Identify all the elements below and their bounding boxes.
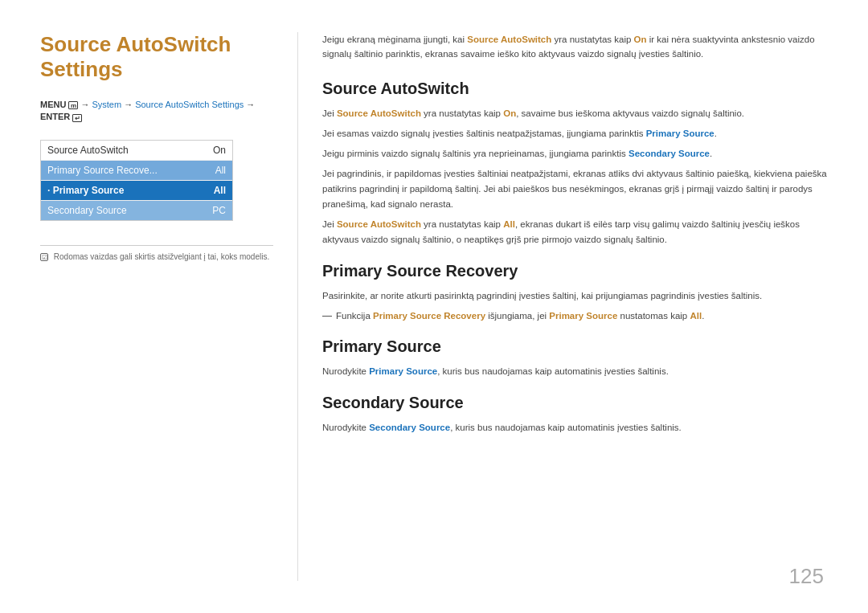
menu-row-header-label: Source AutoSwitch	[47, 145, 129, 156]
menu-row-item1[interactable]: Primary Source Recove... All	[41, 161, 232, 181]
section-title-ss: Secondary Source	[322, 394, 828, 412]
section-primary-source: Primary Source Nurodykite Primary Source…	[322, 337, 828, 379]
menu-icon: MENU m	[40, 100, 78, 109]
section-text-sa-5: Jei Source AutoSwitch yra nustatytas kai…	[322, 217, 828, 247]
page-title: Source AutoSwitch Settings	[40, 32, 273, 82]
section-text-sa-4: Jei pagrindinis, ir papildomas įvesties …	[322, 166, 828, 212]
section-secondary-source: Secondary Source Nurodykite Secondary So…	[322, 394, 828, 435]
section-text-ss-1: Nurodykite Secondary Source, kuris bus n…	[322, 420, 828, 435]
section-source-autoswitch: Source AutoSwitch Jei Source AutoSwitch …	[322, 80, 828, 247]
menu-box: Source AutoSwitch On Primary Source Reco…	[40, 140, 233, 221]
menu-row-header-value: On	[213, 145, 226, 156]
menu-row-item2-value: All	[214, 185, 226, 196]
highlight-on: On	[634, 35, 647, 44]
menu-row-item2-label: · Primary Source	[47, 185, 124, 196]
menu-row-item3-value: PC	[212, 205, 226, 216]
bc-settings: Source AutoSwitch Settings	[135, 100, 244, 109]
note-area: ☑ Rodomas vaizdas gali skirtis atsižvelg…	[40, 245, 273, 261]
page-number: 125	[789, 564, 824, 589]
top-intro: Jeigu ekraną mėginama įjungti, kai Sourc…	[322, 32, 828, 62]
note-icon: ☑	[40, 253, 48, 261]
bc-enter: ENTER ↵	[40, 112, 82, 121]
note-text: ☑ Rodomas vaizdas gali skirtis atsižvelg…	[40, 252, 273, 261]
highlight-source-autoswitch: Source AutoSwitch	[467, 35, 551, 44]
menu-row-item1-label: Primary Source Recove...	[47, 165, 158, 176]
menu-row-header[interactable]: Source AutoSwitch On	[41, 141, 232, 161]
section-primary-source-recovery: Primary Source Recovery Pasirinkite, ar …	[322, 262, 828, 324]
menu-row-item3-label: Secondary Source	[47, 205, 127, 216]
section-text-sa-2: Jei esamas vaizdo signalų įvesties šalti…	[322, 126, 828, 141]
arrow-2: →	[124, 100, 133, 109]
section-text-psr-2: Funkcija Primary Source Recovery išjungi…	[322, 309, 828, 324]
section-title-source-autoswitch: Source AutoSwitch	[322, 80, 828, 98]
bc-system: System	[92, 100, 121, 109]
menu-row-item2[interactable]: · Primary Source All	[41, 181, 232, 201]
section-text-ps-1: Nurodykite Primary Source, kuris bus nau…	[322, 364, 828, 379]
section-text-psr-1: Pasirinkite, ar norite atkurti pasirinkt…	[322, 288, 828, 304]
section-title-ps: Primary Source	[322, 337, 828, 356]
section-text-sa-1: Jei Source AutoSwitch yra nustatytas kai…	[322, 106, 828, 121]
breadcrumb: MENU m → System → Source AutoSwitch Sett…	[40, 100, 273, 121]
section-text-sa-3: Jeigu pirminis vaizdo signalų šaltinis y…	[322, 146, 828, 161]
menu-row-item3[interactable]: Secondary Source PC	[41, 201, 232, 220]
arrow-1: →	[80, 100, 89, 109]
section-title-psr: Primary Source Recovery	[322, 262, 828, 280]
arrow-3: →	[246, 100, 255, 109]
menu-row-item1-value: All	[215, 165, 226, 176]
